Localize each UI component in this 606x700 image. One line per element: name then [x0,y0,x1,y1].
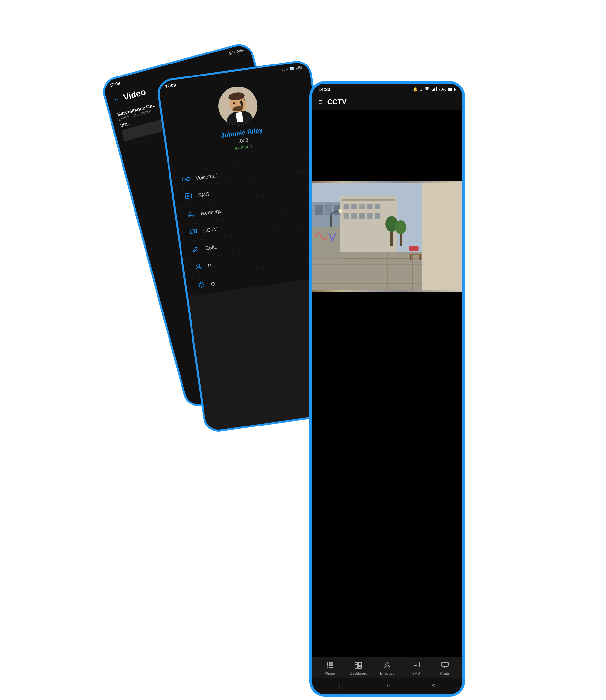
cctv-content [312,110,462,657]
phone-nav-icon [326,661,333,670]
cctv-icon [189,228,199,237]
voicemail-icon [181,175,191,184]
battery-icon [448,87,456,92]
svg-rect-75 [413,662,419,667]
back-btn[interactable]: < [432,682,436,689]
app-header: ≡ CCTV [312,94,462,110]
dashboard-nav-label: Dashboard [350,672,367,675]
svg-rect-55 [312,227,340,259]
svg-rect-56 [422,183,462,290]
front-time: 14:23 [319,87,330,92]
svg-rect-64 [327,664,328,666]
sms-nav-label: SMS [412,672,420,675]
avatar [216,84,260,128]
notification-icon: 🔔 [413,87,418,92]
media-icon: G [420,87,423,92]
svg-rect-62 [329,662,330,664]
svg-line-14 [187,196,189,197]
svg-rect-73 [358,666,362,668]
svg-rect-23 [315,205,323,214]
svg-rect-18 [190,230,195,234]
svg-rect-36 [367,213,372,219]
svg-point-74 [386,663,389,666]
svg-point-19 [196,264,200,267]
cctv-black-bottom [312,291,462,657]
svg-rect-30 [359,204,365,209]
nav-dashboard[interactable]: Dashboard [349,661,368,675]
back-arrow-icon[interactable]: ← [113,94,121,104]
svg-rect-33 [344,213,349,219]
svg-point-41 [395,220,406,234]
meetings-icon [186,210,196,220]
cctv-black-top [312,110,462,182]
svg-rect-57 [409,246,419,251]
settings-icon [196,281,206,291]
svg-rect-61 [327,662,328,664]
svg-rect-2 [236,112,243,122]
sms-nav-icon [412,661,420,670]
directory-nav-icon [383,661,391,670]
front-status-bar: 14:23 🔔 G [312,84,462,94]
dashboard-nav-icon [354,661,362,670]
svg-point-16 [188,215,190,217]
wifi-icon [424,87,430,92]
user-name: Johnnie Riley [220,126,263,140]
hamburger-icon[interactable]: ≡ [319,98,323,106]
svg-rect-70 [355,665,358,668]
svg-point-54 [338,209,342,213]
settings-label: ⚙ [210,280,216,287]
chats-nav-label: Chats [440,672,449,675]
svg-rect-60 [420,255,421,260]
avatar-svg [216,84,260,128]
nav-chats[interactable]: Chats [435,661,454,675]
svg-point-17 [192,214,194,216]
svg-rect-29 [351,204,357,209]
svg-rect-12 [185,193,191,199]
user-ext: 1008 [237,137,248,144]
svg-point-15 [190,212,192,214]
street-scene-svg [312,182,462,291]
svg-rect-71 [355,662,358,664]
svg-point-10 [186,177,190,181]
svg-rect-65 [329,664,330,666]
svg-rect-67 [327,667,328,668]
edit-icon [191,245,201,255]
svg-rect-68 [329,667,330,668]
home-indicator: ||| ○ < [312,678,462,694]
signal-icon [432,87,437,92]
battery-percent: 70% [439,87,446,92]
nav-sms[interactable]: SMS [406,661,426,675]
svg-rect-66 [331,664,333,666]
phone-front: 14:23 🔔 G [309,81,465,697]
phone-nav-label: Phone [324,672,335,675]
svg-rect-28 [344,204,349,209]
cctv-label: CCTV [203,226,217,234]
home-btn[interactable]: ○ [387,681,391,690]
bottom-nav: Phone Dashboard [312,657,462,678]
app-title: CCTV [327,98,347,106]
svg-rect-72 [358,662,362,666]
sms-icon [183,192,193,202]
nav-phone[interactable]: Phone [320,661,339,675]
svg-rect-24 [325,204,332,215]
mid-time: 17:09 [165,82,176,89]
svg-rect-63 [331,662,333,664]
svg-point-20 [200,283,202,286]
cctv-image [312,182,462,291]
svg-rect-58 [409,254,422,255]
profile-icon [193,262,204,273]
user-status: Available [234,143,253,151]
svg-rect-69 [331,667,333,668]
svg-line-13 [187,195,190,195]
back-nav-btn[interactable]: ||| [339,682,346,689]
directory-nav-label: Directory [380,672,394,675]
meetings-label: Meetings [200,208,222,216]
profile-label: P... [208,262,215,269]
svg-rect-31 [367,204,372,209]
front-status-icons: 🔔 G 70% [413,87,456,92]
svg-rect-32 [375,204,380,209]
chats-nav-icon [441,661,449,670]
svg-rect-34 [351,213,357,219]
svg-rect-35 [359,213,365,219]
nav-directory[interactable]: Directory [377,661,397,675]
